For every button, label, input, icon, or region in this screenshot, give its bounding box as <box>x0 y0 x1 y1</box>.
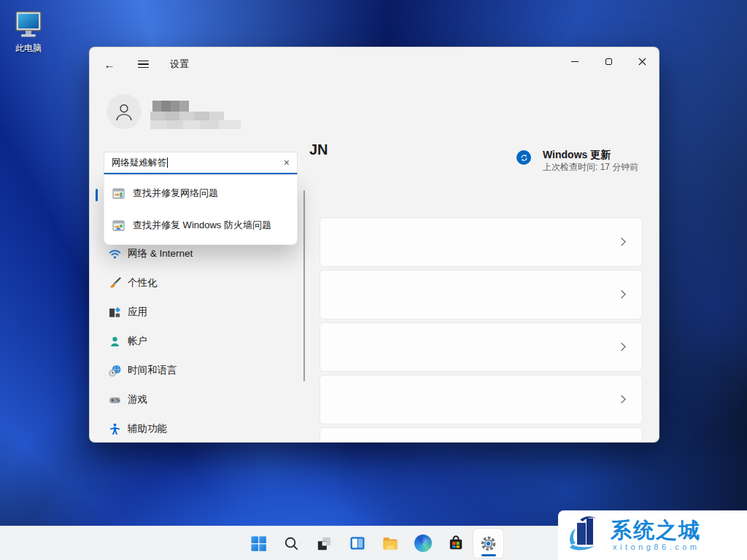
this-pc-label: 此电脑 <box>6 42 51 55</box>
device-name-heading-fragment: JN <box>309 141 328 158</box>
watermark-domain: xitong86.com <box>611 542 701 551</box>
sidebar-item-label: 时间和语言 <box>128 364 177 377</box>
account-person-icon <box>109 335 121 348</box>
watermark-logo-icon <box>565 513 611 558</box>
watermark-banner: 系统之城 xitong86.com <box>558 510 747 560</box>
settings-window: ← 设置 网络疑难解答 <box>89 47 659 443</box>
back-button[interactable]: ← <box>98 53 120 75</box>
settings-card[interactable] <box>320 217 643 267</box>
edge-browser-button[interactable] <box>408 529 438 558</box>
sidebar-item-time-language[interactable]: 时间和语言 <box>93 356 301 385</box>
folder-icon <box>382 534 399 552</box>
this-pc-desktop-icon[interactable]: 此电脑 <box>6 10 51 55</box>
settings-card-list <box>320 217 643 443</box>
redacted-username-blur <box>152 101 189 112</box>
wifi-icon <box>109 248 121 260</box>
task-view-button[interactable] <box>309 529 339 558</box>
sidebar-item-accessibility[interactable]: 辅助功能 <box>93 414 301 443</box>
gamepad-icon <box>109 394 121 406</box>
suggestion-label: 查找并修复 Windows 防火墙问题 <box>133 219 271 232</box>
settings-card[interactable] <box>320 322 643 372</box>
maximize-button[interactable] <box>592 47 625 75</box>
redacted-account-blur-2 <box>150 120 241 129</box>
accessibility-icon <box>109 423 121 435</box>
chevron-right-icon <box>617 290 625 298</box>
sidebar-item-label: 辅助功能 <box>128 422 167 435</box>
close-icon <box>638 58 646 66</box>
redacted-account-blur <box>150 112 224 120</box>
hamburger-icon <box>138 58 149 70</box>
chevron-right-icon <box>617 343 625 351</box>
sidebar-item-label: 游戏 <box>128 393 147 406</box>
text-caret <box>167 158 168 168</box>
sidebar-item-apps[interactable]: 应用 <box>93 298 301 327</box>
sidebar-item-label: 网络 & Internet <box>128 247 193 260</box>
edge-icon <box>414 534 432 552</box>
file-explorer-button[interactable] <box>375 529 405 558</box>
avatar[interactable] <box>107 94 142 129</box>
suggestion-network-troubleshoot[interactable]: 查找并修复网络问题 <box>104 177 297 209</box>
windows-update-icon <box>516 150 531 165</box>
apps-icon <box>109 306 121 319</box>
task-view-icon <box>316 535 333 552</box>
sidebar-item-label: 个性化 <box>128 276 158 289</box>
window-title: 设置 <box>170 58 189 71</box>
sidebar-nav: 网络 & Internet 个性化 <box>93 239 301 443</box>
microsoft-store-button[interactable] <box>441 529 471 558</box>
settings-card[interactable] <box>320 270 643 319</box>
troubleshooter-icon <box>112 187 125 200</box>
search-input[interactable]: 网络疑难解答 × <box>104 152 298 174</box>
windows-update-title: Windows 更新 <box>543 148 638 161</box>
watermark-title: 系统之城 <box>611 519 701 541</box>
minimize-icon <box>571 61 578 62</box>
monitor-icon <box>12 28 44 40</box>
store-icon <box>447 534 465 552</box>
settings-card[interactable] <box>320 427 643 443</box>
troubleshooter-icon <box>112 219 125 232</box>
search-icon <box>283 535 300 552</box>
back-arrow-icon: ← <box>104 58 115 71</box>
windows-logo-icon <box>250 535 267 552</box>
sidebar-scrollbar[interactable] <box>303 190 305 381</box>
windows-update-last-checked: 上次检查时间: 17 分钟前 <box>543 161 638 174</box>
sidebar-selection-indicator <box>96 189 98 201</box>
titlebar: ← 设置 <box>90 47 659 81</box>
windows-update-summary[interactable]: Windows 更新 上次检查时间: 17 分钟前 <box>516 148 638 174</box>
start-button[interactable] <box>244 529 274 558</box>
sidebar-item-label: 应用 <box>128 306 147 319</box>
close-button[interactable] <box>625 47 659 75</box>
chevron-right-icon <box>617 395 625 403</box>
minimize-button[interactable] <box>558 47 592 75</box>
sidebar-item-label: 帐户 <box>128 335 147 348</box>
widgets-icon <box>349 534 366 552</box>
desktop-wallpaper: 此电脑 ← 设置 <box>0 0 747 560</box>
clock-globe-icon <box>109 365 121 377</box>
clear-search-icon[interactable]: × <box>284 158 290 168</box>
nav-menu-button[interactable] <box>132 53 154 75</box>
gear-icon <box>479 534 498 553</box>
settings-button-active[interactable] <box>473 529 503 558</box>
brush-icon <box>109 277 121 289</box>
search-suggestions-dropdown: 查找并修复网络问题 查找并修复 Windows 防火墙问题 <box>104 176 298 245</box>
settings-card[interactable] <box>320 375 643 424</box>
suggestion-label: 查找并修复网络问题 <box>133 187 218 200</box>
suggestion-firewall-troubleshoot[interactable]: 查找并修复 Windows 防火墙问题 <box>104 209 297 241</box>
sidebar-item-personalization[interactable]: 个性化 <box>93 268 301 298</box>
search-value: 网络疑难解答 <box>112 157 166 169</box>
sidebar-item-gaming[interactable]: 游戏 <box>93 385 301 414</box>
sidebar-item-accounts[interactable]: 帐户 <box>93 327 301 356</box>
taskbar-search-button[interactable] <box>276 529 306 558</box>
chevron-right-icon <box>617 238 625 246</box>
widgets-button[interactable] <box>342 529 372 558</box>
person-outline-icon <box>112 99 136 124</box>
maximize-icon <box>605 58 612 65</box>
